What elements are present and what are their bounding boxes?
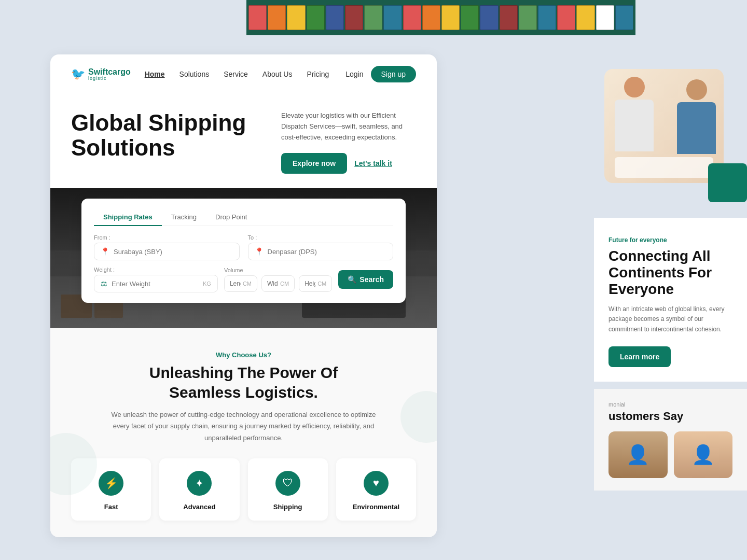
container-block — [364, 5, 382, 30]
explore-now-button[interactable]: Explore now — [281, 153, 347, 174]
avatar-card-1: 👤 — [608, 431, 668, 478]
from-label: From : — [94, 234, 240, 241]
nav-item-solutions[interactable]: Solutions — [179, 69, 210, 79]
search-icon: 🔍 — [348, 275, 356, 284]
logo: 🐦 Swiftcargo logistic — [71, 67, 131, 81]
hero-description: Elevate your logistics with our Efficien… — [281, 110, 416, 143]
container-block — [538, 5, 556, 30]
hero-right: Elevate your logistics with our Efficien… — [271, 110, 416, 174]
avatar-female-image: 👤 — [674, 431, 733, 478]
nav-item-home[interactable]: Home — [145, 69, 165, 79]
hero-section: Global Shipping Solutions Elevate your l… — [50, 94, 437, 188]
environmental-icon: ♥ — [373, 477, 379, 489]
nav-link-pricing[interactable]: Pricing — [307, 70, 329, 78]
from-pin-icon: 📍 — [101, 247, 109, 256]
nav-item-about[interactable]: About Us — [262, 69, 293, 79]
search-button-label: Search — [359, 275, 384, 284]
container-block — [461, 5, 479, 30]
nav-link-about[interactable]: About Us — [262, 70, 293, 78]
container-block — [403, 5, 421, 30]
nav-link-home[interactable]: Home — [145, 70, 165, 78]
avatar-card-2: 👤 — [674, 431, 733, 478]
to-input-wrap: 📍 — [248, 243, 394, 260]
nav-item-pricing[interactable]: Pricing — [307, 69, 329, 79]
nav-item-service[interactable]: Service — [224, 69, 248, 79]
feature-name-shipping: Shipping — [273, 503, 302, 511]
hero-buttons: Explore now Let's talk it — [281, 153, 416, 174]
container-block — [307, 5, 325, 30]
feature-card-shipping: 🛡 Shipping — [248, 458, 328, 521]
fast-icon: ⚡ — [105, 477, 118, 489]
weight-field-wrap: ⚖ KG — [94, 275, 218, 292]
fast-icon-circle: ⚡ — [99, 471, 123, 496]
navbar: 🐦 Swiftcargo logistic Home Solutions Ser… — [50, 54, 437, 94]
container-block — [345, 5, 363, 30]
lets-talk-button[interactable]: Let's talk it — [354, 159, 392, 167]
calc-tabs: Shipping Rates Tracking Drop Point — [94, 209, 393, 226]
connect-title: Connecting All Continents For Everyone — [608, 248, 732, 298]
advanced-icon: ✦ — [195, 477, 204, 489]
height-input[interactable] — [305, 280, 315, 287]
volume-group: Volume CM CM CM — [224, 267, 332, 292]
feature-name-environmental: Environmental — [353, 503, 399, 511]
volume-label: Volume — [224, 267, 332, 273]
container-block — [615, 5, 633, 30]
teal-accent-block — [708, 163, 747, 202]
feature-name-advanced: Advanced — [183, 503, 215, 511]
why-section: Why Choose Us? Unleashing The Power Of S… — [50, 328, 437, 537]
height-unit: CM — [317, 281, 326, 287]
login-button[interactable]: Login — [345, 70, 363, 78]
containers-row — [246, 5, 635, 30]
nav-link-solutions[interactable]: Solutions — [179, 70, 210, 78]
length-input[interactable] — [230, 280, 241, 287]
logo-bird-icon: 🐦 — [71, 67, 85, 81]
nav-auth: Login Sign up — [345, 66, 416, 82]
connect-title-line1: Connecting All — [608, 248, 711, 264]
connect-description: With an intricate web of global links, e… — [608, 304, 732, 335]
container-block — [287, 5, 305, 30]
container-block — [326, 5, 344, 30]
nav-links: Home Solutions Service About Us Pricing — [145, 69, 329, 79]
shipping-icon: 🛡 — [283, 477, 293, 489]
feature-card-advanced: ✦ Advanced — [159, 458, 239, 521]
from-input[interactable] — [114, 248, 233, 256]
height-field: CM — [299, 275, 332, 292]
container-block — [500, 5, 518, 30]
search-button[interactable]: 🔍 Search — [338, 270, 393, 289]
width-input[interactable] — [267, 280, 278, 287]
container-block — [441, 5, 460, 30]
from-field: From : 📍 — [94, 234, 240, 260]
length-unit: CM — [243, 281, 252, 287]
calculator-form: Shipping Rates Tracking Drop Point From … — [81, 199, 406, 303]
tab-drop-point[interactable]: Drop Point — [206, 209, 256, 226]
ship-top-image — [246, 0, 635, 35]
to-input[interactable] — [268, 248, 387, 256]
why-title: Unleashing The Power Of Seamless Logisti… — [71, 363, 416, 402]
connect-title-line3: Everyone — [608, 281, 674, 297]
weight-icon: ⚖ — [101, 279, 107, 288]
image-collage-container — [594, 54, 747, 202]
person2 — [674, 79, 718, 157]
from-to-row: From : 📍 To : 📍 — [94, 234, 393, 260]
weight-group: Weight : ⚖ KG — [94, 267, 218, 292]
feature-name-fast: Fast — [104, 503, 118, 511]
tab-shipping-rates[interactable]: Shipping Rates — [94, 209, 162, 226]
learn-more-button[interactable]: Learn more — [608, 346, 671, 367]
signup-button[interactable]: Sign up — [371, 66, 416, 82]
weight-input[interactable] — [112, 280, 199, 288]
to-pin-icon: 📍 — [255, 247, 264, 256]
to-label: To : — [248, 234, 394, 241]
brand-name: Swiftcargo — [88, 68, 131, 76]
weight-volume-row: Weight : ⚖ KG Volume CM — [94, 267, 393, 292]
why-description: We unleash the power of cutting-edge tec… — [109, 409, 379, 443]
container-block — [480, 5, 498, 30]
logo-text: Swiftcargo logistic — [88, 68, 131, 81]
testimonial-avatars: 👤 👤 — [608, 431, 732, 478]
container-block — [248, 5, 267, 30]
nav-link-service[interactable]: Service — [224, 70, 248, 78]
container-block — [383, 5, 402, 30]
container-block — [268, 5, 286, 30]
tab-tracking[interactable]: Tracking — [162, 209, 206, 226]
person1 — [612, 77, 656, 155]
container-block — [519, 5, 537, 30]
